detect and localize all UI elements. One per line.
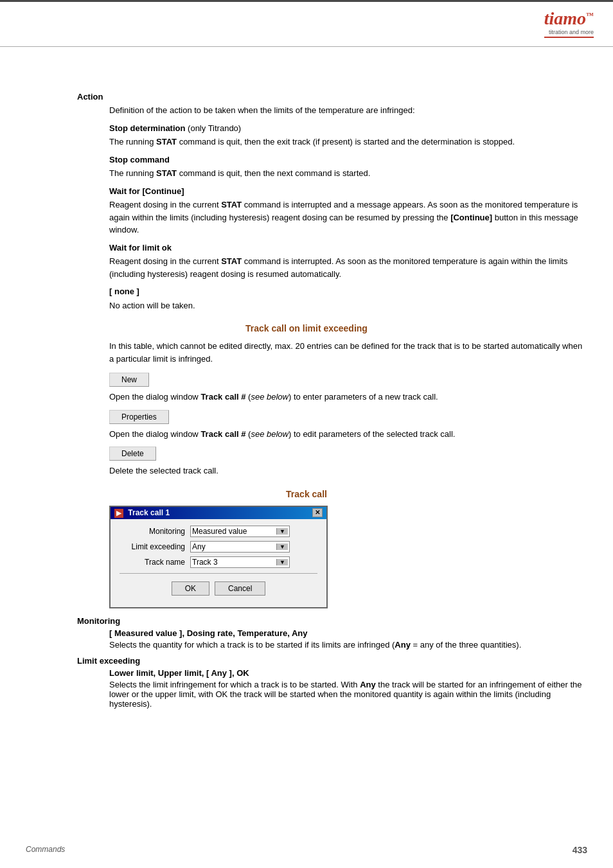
logo-tagline: titration and more bbox=[544, 29, 594, 35]
limit-value: Any bbox=[192, 542, 206, 551]
delete-button[interactable]: Delete bbox=[109, 447, 156, 461]
none-title: [ none ] bbox=[109, 285, 587, 298]
monitoring-section: Monitoring [ Measured value ], Dosing ra… bbox=[77, 616, 587, 650]
action-label: Action bbox=[77, 92, 587, 102]
limit-exceeding-content: Lower limit, Upper limit, [ Any ], OK Se… bbox=[109, 668, 587, 709]
trackname-select[interactable]: Track 3 ▼ bbox=[190, 556, 290, 568]
monitoring-value: Measured value bbox=[192, 527, 247, 536]
limit-exceeding-sub-label: Lower limit, Upper limit, [ Any ], OK bbox=[109, 668, 587, 678]
logo-name: tiamo bbox=[544, 8, 586, 28]
properties-button-area: Properties bbox=[109, 410, 587, 425]
none-block: [ none ] No action will be taken. bbox=[109, 285, 587, 312]
action-description: Definition of the action to be taken whe… bbox=[109, 104, 587, 312]
delete-desc-text: Delete the selected track call. bbox=[109, 466, 218, 475]
logo-text: tiamo™ bbox=[544, 8, 594, 28]
monitoring-heading: Monitoring bbox=[77, 616, 587, 626]
trackname-value: Track 3 bbox=[192, 558, 218, 567]
wait-limit-ok-body: Reagent dosing in the current STAT comma… bbox=[109, 255, 587, 280]
track-call-dialog: ▶ Track call 1 ✕ Monitoring Measured val… bbox=[109, 506, 328, 608]
dialog-close-button[interactable]: ✕ bbox=[312, 508, 323, 517]
dialog-title-icon: ▶ bbox=[114, 509, 123, 518]
page: tiamo™ titration and more Action Definit… bbox=[0, 0, 613, 868]
stop-determination-label: Stop determination bbox=[109, 123, 185, 133]
dialog-row-trackname: Track name Track 3 ▼ bbox=[120, 556, 317, 568]
limit-exceeding-section: Limit exceeding Lower limit, Upper limit… bbox=[77, 656, 587, 709]
dialog-title-area: ▶ Track call 1 bbox=[114, 508, 170, 518]
new-button-area: New bbox=[109, 373, 587, 388]
monitoring-label: Monitoring bbox=[120, 527, 190, 536]
wait-continue-title: Wait for [Continue] bbox=[109, 185, 587, 198]
monitoring-arrow[interactable]: ▼ bbox=[276, 528, 288, 535]
track-call-heading: Track call on limit exceeding bbox=[26, 323, 587, 333]
page-footer: Commands 433 bbox=[0, 845, 613, 855]
stop-command-title: Stop command bbox=[109, 154, 587, 166]
logo-underline bbox=[544, 37, 594, 38]
none-body: No action will be taken. bbox=[109, 299, 587, 312]
limit-label: Limit exceeding bbox=[120, 542, 190, 551]
dialog-body: Monitoring Measured value ▼ Limit exceed… bbox=[111, 519, 326, 607]
logo-area: tiamo™ titration and more bbox=[544, 8, 594, 38]
header-area: tiamo™ titration and more bbox=[0, 2, 613, 47]
monitoring-content: [ Measured value ], Dosing rate, Tempera… bbox=[109, 628, 587, 650]
properties-button[interactable]: Properties bbox=[109, 410, 169, 424]
dialog-divider bbox=[120, 573, 317, 574]
action-desc-text: Definition of the action to be taken whe… bbox=[109, 104, 587, 117]
stop-command-body: The running STAT command is quit, then t… bbox=[109, 167, 587, 180]
monitoring-desc: Selects the quantity for which a track i… bbox=[109, 640, 587, 650]
footer-right: 433 bbox=[573, 845, 587, 855]
stop-command-block: Stop command The running STAT command is… bbox=[109, 154, 587, 180]
limit-exceeding-desc: Selects the limit infringement for which… bbox=[109, 680, 587, 709]
limit-arrow[interactable]: ▼ bbox=[276, 544, 288, 550]
new-button-desc: Open the dialog window Track call # (see… bbox=[109, 391, 587, 403]
limit-exceeding-heading: Limit exceeding bbox=[77, 656, 587, 666]
wait-limit-ok-title: Wait for limit ok bbox=[109, 242, 587, 254]
dialog-title-text: Track call 1 bbox=[128, 508, 170, 517]
footer-left: Commands bbox=[26, 845, 65, 855]
stop-determination-suffix: (only Titrando) bbox=[188, 123, 241, 133]
track-call-content: In this table, which cannot be edited di… bbox=[109, 340, 587, 365]
monitoring-select[interactable]: Measured value ▼ bbox=[190, 526, 290, 537]
stop-determination-body: The running STAT command is quit, then t… bbox=[109, 136, 587, 148]
wait-continue-body: Reagent dosing in the current STAT comma… bbox=[109, 199, 587, 236]
wait-continue-block: Wait for [Continue] Reagent dosing in th… bbox=[109, 185, 587, 236]
monitoring-sub-label: [ Measured value ], Dosing rate, Tempera… bbox=[109, 628, 587, 638]
track-call-description: In this table, which cannot be edited di… bbox=[109, 340, 587, 365]
delete-button-desc: Delete the selected track call. bbox=[109, 465, 587, 477]
dialog-cancel-button[interactable]: Cancel bbox=[215, 581, 265, 596]
properties-button-desc: Open the dialog window Track call # (see… bbox=[109, 428, 587, 441]
stop-determination-title: Stop determination (only Titrando) bbox=[109, 122, 587, 135]
dialog-titlebar: ▶ Track call 1 ✕ bbox=[111, 507, 326, 519]
wait-limit-ok-block: Wait for limit ok Reagent dosing in the … bbox=[109, 242, 587, 281]
limit-select[interactable]: Any ▼ bbox=[190, 541, 290, 553]
limit-exceeding-values-label: Lower limit, Upper limit, [ Any ], OK bbox=[109, 668, 249, 678]
trackname-label: Track name bbox=[120, 558, 190, 567]
logo-tm: ™ bbox=[586, 11, 594, 20]
main-content: Action Definition of the action to be ta… bbox=[0, 53, 613, 734]
new-button[interactable]: New bbox=[109, 373, 149, 387]
delete-button-area: Delete bbox=[109, 447, 587, 462]
monitoring-values-label: [ Measured value ], Dosing rate, Tempera… bbox=[109, 628, 307, 638]
stop-determination-block: Stop determination (only Titrando) The r… bbox=[109, 122, 587, 148]
dialog-row-limit: Limit exceeding Any ▼ bbox=[120, 541, 317, 553]
dialog-row-monitoring: Monitoring Measured value ▼ bbox=[120, 526, 317, 537]
dialog-ok-button[interactable]: OK bbox=[172, 581, 209, 596]
trackname-arrow[interactable]: ▼ bbox=[276, 559, 288, 565]
dialog-footer: OK Cancel bbox=[120, 579, 317, 601]
track-call-dialog-heading: Track call bbox=[26, 489, 587, 499]
